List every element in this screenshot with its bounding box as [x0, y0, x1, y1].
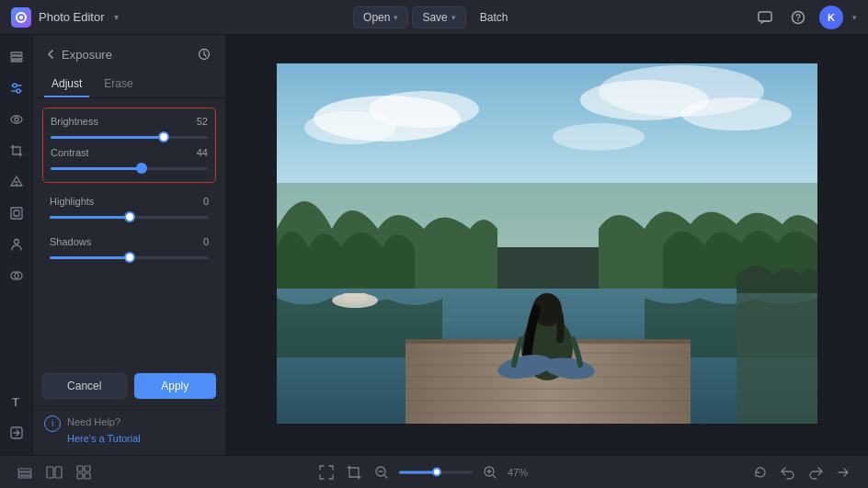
- highlights-slider[interactable]: [50, 210, 209, 223]
- topbar-right: ? K ▾: [753, 6, 857, 29]
- brightness-slider[interactable]: [51, 131, 208, 143]
- svg-rect-60: [85, 466, 90, 471]
- contrast-value: 44: [197, 147, 208, 158]
- tabs: Adjust Erase: [33, 72, 225, 98]
- save-button[interactable]: Save ▾: [412, 6, 465, 28]
- help-icon-btn[interactable]: ?: [786, 6, 810, 29]
- tab-erase[interactable]: Erase: [97, 72, 140, 97]
- sidebar-adjustments-icon[interactable]: [4, 75, 29, 101]
- zoom-plus-button[interactable]: [480, 462, 500, 482]
- svg-rect-58: [55, 467, 62, 478]
- chat-icon-btn[interactable]: [753, 6, 777, 29]
- history-button[interactable]: [194, 44, 214, 64]
- svg-rect-55: [18, 472, 31, 475]
- svg-point-1: [19, 16, 23, 19]
- split-bottom-icon[interactable]: [44, 462, 64, 482]
- highlights-value: 0: [203, 196, 209, 207]
- svg-point-32: [553, 123, 645, 151]
- contrast-control: Contrast 44: [51, 147, 208, 175]
- user-avatar[interactable]: K: [819, 6, 843, 29]
- svg-rect-52: [343, 293, 367, 301]
- crop-fit-icon[interactable]: [344, 462, 364, 482]
- svg-point-28: [304, 111, 396, 144]
- sidebar-filter-icon[interactable]: [4, 169, 29, 195]
- highlights-label: Highlights: [50, 196, 94, 207]
- sidebar-text-icon[interactable]: T: [4, 389, 29, 414]
- icon-sidebar: T: [0, 35, 33, 455]
- svg-point-11: [17, 89, 20, 93]
- canvas-area: [226, 35, 868, 455]
- app-title: Photo Editor: [39, 10, 105, 24]
- back-button[interactable]: Exposure: [44, 48, 112, 62]
- zoom-slider[interactable]: [399, 466, 473, 479]
- contrast-label: Contrast: [51, 147, 89, 158]
- sidebar-layers-icon[interactable]: [4, 44, 29, 70]
- forward-icon[interactable]: [833, 462, 853, 482]
- sidebar-eye-icon[interactable]: [4, 107, 29, 132]
- sidebar-export-icon[interactable]: [4, 420, 29, 446]
- help-icon: i: [44, 415, 61, 432]
- sidebar-crop-icon[interactable]: [4, 138, 29, 164]
- svg-rect-5: [11, 52, 22, 55]
- app-title-caret[interactable]: ▾: [114, 12, 119, 22]
- bottombar: 47%: [0, 455, 868, 488]
- svg-rect-54: [18, 469, 31, 471]
- redo-icon[interactable]: [805, 462, 826, 482]
- bottombar-right: [750, 462, 853, 482]
- open-button[interactable]: Open ▾: [353, 6, 408, 28]
- svg-point-13: [15, 118, 18, 121]
- svg-rect-2: [759, 12, 771, 21]
- fit-screen-icon[interactable]: [316, 462, 337, 482]
- zoom-minus-button[interactable]: [371, 462, 392, 482]
- photo-canvas: [277, 63, 817, 424]
- help-content: Need Help? Here's a Tutorial: [67, 414, 141, 447]
- svg-rect-17: [11, 208, 22, 219]
- brightness-value: 52: [197, 116, 208, 127]
- batch-button[interactable]: Batch: [470, 6, 519, 28]
- bottombar-left: [15, 462, 94, 482]
- shadows-slider[interactable]: [50, 251, 209, 264]
- svg-point-31: [681, 97, 792, 131]
- apply-button[interactable]: Apply: [134, 373, 217, 399]
- svg-rect-56: [18, 476, 31, 478]
- grid-bottom-icon[interactable]: [74, 462, 94, 482]
- shadows-value: 0: [203, 236, 209, 247]
- highlights-control: Highlights 0: [42, 190, 216, 229]
- help-section: i Need Help? Here's a Tutorial: [33, 406, 225, 456]
- shadows-label: Shadows: [50, 236, 91, 247]
- bottombar-center: 47%: [316, 462, 528, 482]
- topbar-left: Photo Editor ▾: [11, 7, 119, 28]
- contrast-slider[interactable]: [51, 162, 208, 175]
- svg-point-12: [11, 116, 22, 123]
- sidebar-frames-icon[interactable]: [4, 200, 29, 226]
- zoom-level: 47%: [508, 467, 528, 478]
- svg-line-69: [493, 475, 496, 478]
- brightness-control: Brightness 52: [51, 116, 208, 143]
- avatar-caret[interactable]: ▾: [852, 13, 857, 22]
- sidebar-overlay-icon[interactable]: [4, 263, 29, 289]
- sidebar-people-icon[interactable]: [4, 232, 29, 257]
- svg-text:T: T: [12, 395, 19, 409]
- undo-icon[interactable]: [778, 462, 798, 482]
- tab-adjust[interactable]: Adjust: [44, 72, 89, 97]
- svg-rect-61: [77, 473, 83, 479]
- layers-bottom-icon[interactable]: [15, 462, 35, 482]
- svg-rect-62: [85, 473, 90, 479]
- topbar: Photo Editor ▾ Open ▾ Save ▾ Batch ? K: [0, 0, 868, 35]
- svg-rect-57: [47, 467, 53, 478]
- svg-rect-59: [77, 466, 83, 471]
- reset-icon[interactable]: [750, 462, 771, 482]
- svg-rect-6: [11, 56, 22, 59]
- help-title: Need Help?: [67, 414, 141, 430]
- app-logo: [11, 7, 31, 28]
- help-tutorial-link[interactable]: Here's a Tutorial: [67, 433, 141, 444]
- svg-point-9: [13, 84, 17, 87]
- shadows-control: Shadows 0: [42, 231, 216, 269]
- svg-rect-7: [11, 60, 22, 62]
- left-panel: Exposure Adjust Erase Brightness 52: [33, 35, 226, 455]
- brightness-label: Brightness: [51, 116, 98, 127]
- action-buttons: Cancel Apply: [33, 366, 225, 406]
- main-area: T Exposure: [0, 35, 868, 455]
- cancel-button[interactable]: Cancel: [42, 373, 127, 399]
- svg-line-65: [384, 475, 387, 478]
